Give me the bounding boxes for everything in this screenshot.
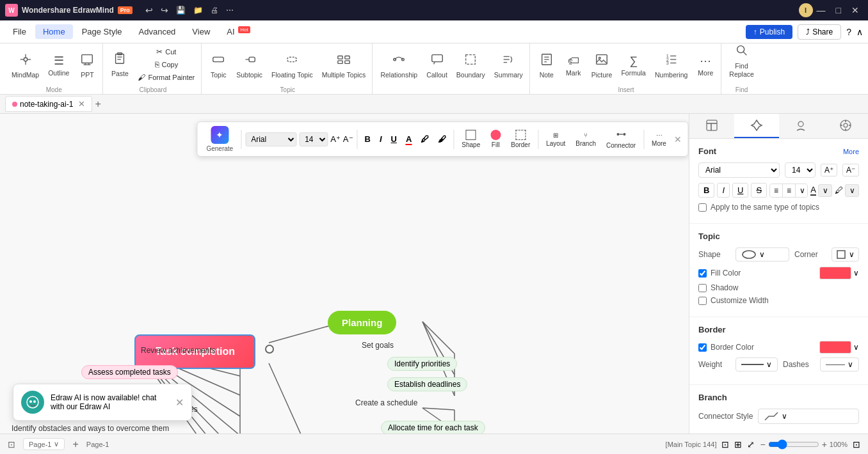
collapse-button[interactable]: ∧ — [856, 27, 863, 37]
font-decrease-button[interactable]: A⁻ — [343, 134, 353, 144]
canvas[interactable]: ✦ Generate Arial 14 A⁺ A⁻ B I U A 🖊 🖌 — [0, 114, 689, 434]
underline-panel-button[interactable]: U — [732, 183, 748, 198]
ppt-button[interactable]: PPT — [74, 46, 100, 86]
font-increase-button[interactable]: A⁺ — [330, 134, 341, 144]
mark-button[interactable]: 🏷 Mark — [561, 46, 586, 86]
tab-note-taking[interactable]: note-taking-ai-1 ✕ — [5, 96, 92, 112]
callout-button[interactable]: Callout — [422, 46, 451, 86]
font-family-panel-select[interactable]: Arial — [698, 162, 780, 178]
paste-button[interactable]: Paste — [107, 52, 133, 77]
border-color-dropdown-arrow[interactable]: ∨ — [853, 343, 859, 352]
branch-button[interactable]: ⑂ Branch — [572, 130, 600, 148]
topic-button[interactable]: Topic — [205, 46, 231, 86]
tab-close-button[interactable]: ✕ — [78, 99, 85, 109]
mindmap-button[interactable]: MindMap — [8, 46, 43, 86]
cut-button[interactable]: ✂ Cut — [134, 46, 198, 58]
shadow-checkbox[interactable] — [698, 284, 707, 292]
left-item-obstacles[interactable]: Identify obstacles and ways to overcome … — [12, 424, 169, 433]
copy-button[interactable]: ⎘ Copy — [134, 59, 198, 70]
font-color-panel-button[interactable]: A — [810, 185, 816, 196]
font-color-button[interactable]: A — [403, 133, 415, 145]
menu-page-style[interactable]: Page Style — [74, 24, 130, 39]
menu-view[interactable]: View — [184, 24, 218, 39]
shape-button[interactable]: Shape — [458, 129, 484, 150]
help-button[interactable]: ? — [846, 27, 851, 37]
zoom-in-button[interactable]: + — [822, 439, 827, 450]
fill-color-dropdown-arrow[interactable]: ∨ — [853, 269, 859, 278]
publish-button[interactable]: ↑ Publish — [746, 25, 792, 39]
note-button[interactable]: Note — [534, 46, 559, 86]
boundary-button[interactable]: Boundary — [453, 46, 489, 86]
weight-selector[interactable]: ∨ — [735, 357, 778, 372]
left-item-assess[interactable]: Assess completed tasks — [81, 365, 178, 379]
planning-identify-priorities[interactable]: Identify priorities — [387, 357, 457, 371]
more-options-button[interactable]: ⋯ — [223, 4, 236, 17]
align-left-button[interactable]: ≡ — [770, 184, 783, 197]
menu-ai[interactable]: AI Hot — [219, 24, 257, 39]
generate-button[interactable]: ✦ Generate — [202, 125, 237, 153]
brush-button[interactable]: 🖌 — [435, 133, 449, 145]
border-color-checkbox[interactable] — [698, 343, 707, 352]
add-tab-button[interactable]: + — [95, 98, 100, 110]
fill-color-swatch[interactable] — [819, 267, 851, 279]
planning-allocate-time[interactable]: Allocate time for each task — [381, 421, 485, 434]
numbering-button[interactable]: 123 Numbering — [651, 46, 691, 86]
planning-set-goals[interactable]: Set goals — [362, 341, 394, 350]
strikethrough-panel-button[interactable]: S — [751, 183, 767, 198]
align-dropdown-button[interactable]: ∨ — [796, 184, 808, 197]
ai-close-button[interactable]: ✕ — [175, 396, 184, 409]
font-size-panel-select[interactable]: 14 — [785, 162, 816, 178]
redo-button[interactable]: ↪ — [158, 4, 171, 17]
grid-view-button[interactable]: ⊞ — [734, 439, 742, 450]
zoom-out-button[interactable]: − — [760, 439, 765, 450]
expand-handle[interactable] — [265, 345, 274, 354]
floating-toolbar-close[interactable]: ✕ — [673, 134, 683, 145]
italic-panel-button[interactable]: I — [717, 183, 730, 198]
minimize-button[interactable]: — — [813, 5, 830, 15]
find-replace-button[interactable]: FindReplace — [725, 46, 758, 77]
fullscreen-button[interactable]: ⤢ — [747, 439, 755, 450]
menu-advanced[interactable]: Advanced — [131, 24, 184, 39]
font-color-swatch[interactable]: ∨ — [818, 184, 832, 197]
highlight-panel-button[interactable]: 🖊 — [835, 185, 843, 195]
layout-button[interactable]: ⊞ Layout — [542, 130, 569, 148]
share-button[interactable]: ⤴ Share — [798, 24, 841, 40]
expand-right-panel-button[interactable]: ⊡ — [853, 439, 860, 450]
panel-tab-adv[interactable] — [823, 114, 868, 138]
open-button[interactable]: 📁 — [191, 4, 205, 17]
menu-home[interactable]: Home — [35, 24, 73, 39]
corner-selector[interactable]: ∨ — [832, 247, 859, 262]
page-selector[interactable]: Page-1 ∨ — [23, 438, 65, 450]
font-decrease-panel-button[interactable]: A⁻ — [842, 164, 859, 176]
panel-tab-style[interactable] — [734, 114, 779, 138]
save-button[interactable]: 💾 — [173, 4, 188, 17]
fill-color-checkbox[interactable] — [698, 269, 707, 278]
undo-button[interactable]: ↩ — [143, 4, 156, 17]
print-button[interactable]: 🖨 — [208, 4, 221, 17]
planning-node[interactable]: Planning — [328, 311, 396, 334]
summary-button[interactable]: Summary — [490, 46, 527, 86]
multiple-topics-button[interactable]: Multiple Topics — [318, 46, 370, 86]
font-section-more[interactable]: More — [843, 148, 859, 155]
highlight-button[interactable]: 🖊 — [417, 133, 432, 145]
fit-view-button[interactable]: ⊡ — [721, 439, 729, 450]
apply-same-checkbox[interactable] — [698, 203, 707, 212]
format-painter-button[interactable]: 🖌 Format Painter — [134, 72, 198, 83]
menu-file[interactable]: File — [5, 24, 34, 39]
font-increase-panel-button[interactable]: A⁺ — [821, 164, 837, 176]
toggle-panel-button[interactable]: ⊡ — [8, 439, 15, 450]
dashes-selector[interactable]: ∨ — [820, 357, 859, 372]
connector-button[interactable]: Connector — [602, 128, 639, 150]
highlight-swatch[interactable]: ∨ — [845, 184, 859, 197]
border-color-swatch[interactable] — [819, 341, 851, 354]
fill-button[interactable]: Fill — [486, 129, 504, 150]
panel-tab-layout[interactable] — [689, 114, 734, 138]
left-item-review[interactable]: Review achievements — [141, 346, 216, 355]
close-button[interactable]: ✕ — [848, 5, 863, 15]
align-center-button[interactable]: ≡ — [783, 184, 796, 197]
font-size-select[interactable]: 14 — [299, 132, 328, 146]
planning-establish-deadlines[interactable]: Establish deadlines — [387, 377, 467, 391]
italic-button[interactable]: I — [376, 133, 385, 145]
border-button[interactable]: Border — [507, 129, 534, 150]
zoom-slider[interactable] — [768, 439, 819, 450]
